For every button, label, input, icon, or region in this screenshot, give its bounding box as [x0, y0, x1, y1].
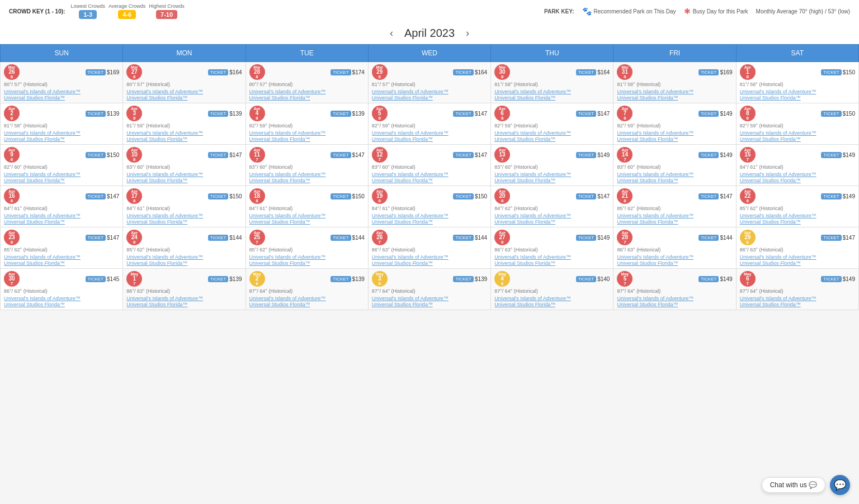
- park-link[interactable]: Universal's Islands of Adventure™: [372, 130, 487, 136]
- park-link[interactable]: Universal's Islands of Adventure™: [617, 89, 732, 94]
- park-link[interactable]: Universal Studios Florida™: [126, 260, 242, 266]
- ticket-button[interactable]: TICKET: [821, 235, 841, 241]
- ticket-button[interactable]: TICKET: [576, 276, 596, 282]
- park-link[interactable]: Universal Studios Florida™: [494, 219, 610, 225]
- ticket-button[interactable]: TICKET: [698, 235, 719, 241]
- ticket-button[interactable]: TICKET: [331, 193, 351, 199]
- ticket-button[interactable]: TICKET: [86, 152, 106, 158]
- ticket-button[interactable]: TICKET: [208, 235, 228, 241]
- next-month-button[interactable]: ›: [466, 27, 469, 39]
- park-link[interactable]: Universal Studios Florida™: [126, 178, 242, 183]
- park-link[interactable]: Universal's Islands of Adventure™: [740, 296, 855, 301]
- park-link[interactable]: Universal's Islands of Adventure™: [372, 296, 487, 301]
- ticket-button[interactable]: TICKET: [576, 152, 596, 158]
- park-link[interactable]: Universal Studios Florida™: [4, 95, 119, 101]
- park-link[interactable]: Universal Studios Florida™: [249, 219, 365, 225]
- park-link[interactable]: Universal Studios Florida™: [4, 219, 119, 225]
- park-link[interactable]: Universal's Islands of Adventure™: [740, 213, 855, 218]
- park-link[interactable]: Universal Studios Florida™: [617, 302, 732, 307]
- park-link[interactable]: Universal Studios Florida™: [740, 95, 855, 101]
- park-link[interactable]: Universal's Islands of Adventure™: [249, 130, 365, 136]
- ticket-button[interactable]: TICKET: [86, 235, 106, 241]
- park-link[interactable]: Universal Studios Florida™: [4, 260, 119, 266]
- park-link[interactable]: Universal's Islands of Adventure™: [4, 172, 119, 177]
- park-link[interactable]: Universal Studios Florida™: [740, 136, 855, 142]
- park-link[interactable]: Universal's Islands of Adventure™: [4, 213, 119, 218]
- park-link[interactable]: Universal Studios Florida™: [4, 136, 119, 142]
- park-link[interactable]: Universal Studios Florida™: [740, 302, 855, 307]
- park-link[interactable]: Universal Studios Florida™: [494, 95, 610, 101]
- park-link[interactable]: Universal's Islands of Adventure™: [249, 213, 365, 218]
- park-link[interactable]: Universal's Islands of Adventure™: [494, 213, 610, 218]
- ticket-button[interactable]: TICKET: [821, 193, 841, 199]
- ticket-button[interactable]: TICKET: [821, 111, 841, 117]
- park-link[interactable]: Universal's Islands of Adventure™: [372, 89, 487, 94]
- ticket-button[interactable]: TICKET: [453, 152, 473, 158]
- prev-month-button[interactable]: ‹: [390, 27, 393, 39]
- ticket-button[interactable]: TICKET: [698, 276, 719, 282]
- park-link[interactable]: Universal Studios Florida™: [126, 219, 242, 225]
- ticket-button[interactable]: TICKET: [208, 193, 228, 199]
- ticket-button[interactable]: TICKET: [86, 193, 106, 199]
- park-link[interactable]: Universal's Islands of Adventure™: [617, 213, 732, 218]
- park-link[interactable]: Universal Studios Florida™: [372, 302, 487, 307]
- park-link[interactable]: Universal's Islands of Adventure™: [494, 89, 610, 94]
- ticket-button[interactable]: TICKET: [453, 235, 473, 241]
- park-link[interactable]: Universal Studios Florida™: [740, 260, 855, 266]
- park-link[interactable]: Universal's Islands of Adventure™: [126, 213, 242, 218]
- park-link[interactable]: Universal Studios Florida™: [249, 136, 365, 142]
- ticket-button[interactable]: TICKET: [86, 111, 106, 117]
- ticket-button[interactable]: TICKET: [331, 111, 351, 117]
- park-link[interactable]: Universal's Islands of Adventure™: [740, 254, 855, 260]
- park-link[interactable]: Universal Studios Florida™: [617, 219, 732, 225]
- park-link[interactable]: Universal's Islands of Adventure™: [740, 172, 855, 177]
- park-link[interactable]: Universal Studios Florida™: [372, 95, 487, 101]
- ticket-button[interactable]: TICKET: [86, 69, 106, 75]
- park-link[interactable]: Universal Studios Florida™: [249, 95, 365, 101]
- park-link[interactable]: Universal's Islands of Adventure™: [617, 130, 732, 136]
- park-link[interactable]: Universal Studios Florida™: [494, 136, 610, 142]
- ticket-button[interactable]: TICKET: [208, 276, 228, 282]
- park-link[interactable]: Universal's Islands of Adventure™: [494, 254, 610, 260]
- park-link[interactable]: Universal's Islands of Adventure™: [4, 89, 119, 94]
- ticket-button[interactable]: TICKET: [576, 69, 596, 75]
- ticket-button[interactable]: TICKET: [698, 152, 719, 158]
- ticket-button[interactable]: TICKET: [331, 69, 351, 75]
- park-link[interactable]: Universal's Islands of Adventure™: [126, 296, 242, 301]
- park-link[interactable]: Universal's Islands of Adventure™: [494, 130, 610, 136]
- park-link[interactable]: Universal Studios Florida™: [372, 219, 487, 225]
- park-link[interactable]: Universal Studios Florida™: [4, 302, 119, 307]
- ticket-button[interactable]: TICKET: [698, 69, 719, 75]
- ticket-button[interactable]: TICKET: [208, 111, 228, 117]
- park-link[interactable]: Universal's Islands of Adventure™: [372, 213, 487, 218]
- ticket-button[interactable]: TICKET: [821, 69, 841, 75]
- park-link[interactable]: Universal's Islands of Adventure™: [372, 254, 487, 260]
- park-link[interactable]: Universal's Islands of Adventure™: [249, 296, 365, 301]
- park-link[interactable]: Universal's Islands of Adventure™: [740, 89, 855, 94]
- ticket-button[interactable]: TICKET: [208, 152, 228, 158]
- ticket-button[interactable]: TICKET: [453, 111, 473, 117]
- ticket-button[interactable]: TICKET: [453, 193, 473, 199]
- ticket-button[interactable]: TICKET: [331, 235, 351, 241]
- park-link[interactable]: Universal Studios Florida™: [126, 302, 242, 307]
- park-link[interactable]: Universal Studios Florida™: [249, 302, 365, 307]
- park-link[interactable]: Universal's Islands of Adventure™: [494, 172, 610, 177]
- park-link[interactable]: Universal Studios Florida™: [249, 178, 365, 183]
- ticket-button[interactable]: TICKET: [821, 152, 841, 158]
- park-link[interactable]: Universal Studios Florida™: [4, 178, 119, 183]
- park-link[interactable]: Universal's Islands of Adventure™: [126, 172, 242, 177]
- ticket-button[interactable]: TICKET: [821, 276, 841, 282]
- park-link[interactable]: Universal's Islands of Adventure™: [4, 254, 119, 260]
- ticket-button[interactable]: TICKET: [698, 111, 719, 117]
- park-link[interactable]: Universal Studios Florida™: [126, 95, 242, 101]
- park-link[interactable]: Universal Studios Florida™: [617, 95, 732, 101]
- park-link[interactable]: Universal Studios Florida™: [740, 219, 855, 225]
- park-link[interactable]: Universal Studios Florida™: [494, 260, 610, 266]
- park-link[interactable]: Universal's Islands of Adventure™: [372, 172, 487, 177]
- ticket-button[interactable]: TICKET: [208, 69, 228, 75]
- park-link[interactable]: Universal's Islands of Adventure™: [4, 296, 119, 301]
- park-link[interactable]: Universal's Islands of Adventure™: [126, 254, 242, 260]
- park-link[interactable]: Universal Studios Florida™: [249, 260, 365, 266]
- ticket-button[interactable]: TICKET: [453, 276, 473, 282]
- ticket-button[interactable]: TICKET: [576, 193, 596, 199]
